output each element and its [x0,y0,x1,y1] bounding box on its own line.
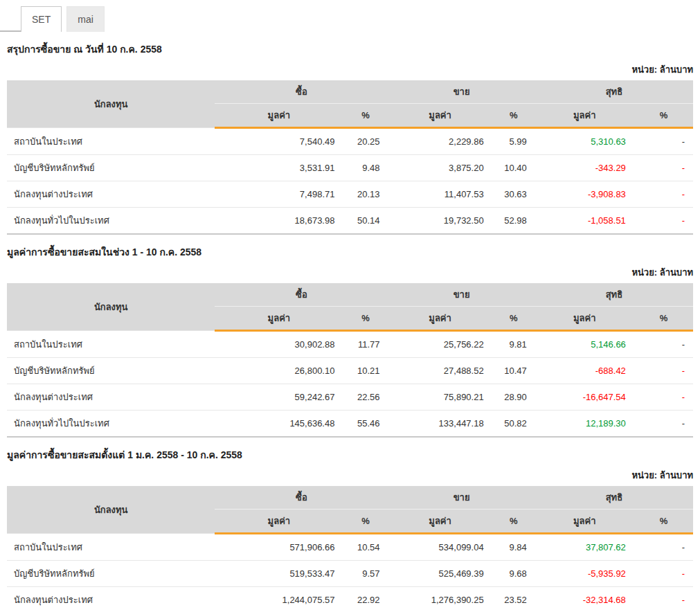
buy-pct-cell: 20.13 [343,181,388,208]
tab-set[interactable]: SET [21,6,62,32]
net-value-cell: -1,058.51 [535,208,634,235]
unit-label: หน่วย: ล้านบาท [7,468,693,483]
buy-value-cell: 519,533.47 [215,561,343,587]
buy-pct-header: % [343,104,388,128]
net-pct-cell: - [634,587,693,612]
buy-pct-header: % [343,307,388,331]
sell-pct-cell: 10.47 [492,358,535,384]
sell-pct-header: % [492,104,535,128]
sell-pct-cell: 9.68 [492,561,535,587]
investor-cell: สถาบันในประเทศ [7,128,215,155]
net-pct-header: % [634,104,693,128]
sell-pct-header: % [492,307,535,331]
header-row-groups: นักลงทุนซื้อขายสุทธิ [7,486,693,510]
sell-value-cell: 3,875.20 [388,155,492,181]
buy-value-cell: 7,540.49 [215,128,343,155]
investor-table: นักลงทุนซื้อขายสุทธิมูลค่า%มูลค่า%มูลค่า… [7,486,693,612]
sell-group-header: ขาย [388,486,535,510]
buy-value-header: มูลค่า [215,104,343,128]
investor-cell: บัญชีบริษัทหลักทรัพย์ [7,155,215,181]
investor-cell: นักลงทุนทั่วไปในประเทศ [7,208,215,235]
header-row-groups: นักลงทุนซื้อขายสุทธิ [7,283,693,307]
investor-cell: บัญชีบริษัทหลักทรัพย์ [7,561,215,587]
sell-pct-cell: 9.81 [492,331,535,358]
summary-section-2: มูลค่าการซื้อขายสะสมในช่วง 1 - 10 ก.ค. 2… [0,244,700,438]
sell-value-cell: 75,890.21 [388,384,492,411]
table-row: นักลงทุนทั่วไปในประเทศ18,673.9850.1419,7… [7,208,693,235]
buy-group-header: ซื้อ [215,486,388,510]
tab-bar-leading-line [0,0,21,32]
investor-cell: บัญชีบริษัทหลักทรัพย์ [7,358,215,384]
net-value-cell: -16,647.54 [535,384,634,411]
sell-pct-cell: 52.98 [492,208,535,235]
sell-pct-cell: 50.82 [492,411,535,438]
net-pct-header: % [634,307,693,331]
sell-value-cell: 19,732.50 [388,208,492,235]
buy-value-header: มูลค่า [215,307,343,331]
table-row: นักลงทุนต่างประเทศ59,242.6722.5675,890.2… [7,384,693,411]
page: SET mai สรุปการซื้อขาย ณ วันที่ 10 ก.ค. … [0,0,700,612]
buy-value-cell: 26,800.10 [215,358,343,384]
net-pct-cell: - [634,561,693,587]
investor-cell: นักลงทุนต่างประเทศ [7,181,215,208]
sell-pct-cell: 9.84 [492,534,535,561]
net-value-cell: -343.29 [535,155,634,181]
sell-value-cell: 11,407.53 [388,181,492,208]
summary-section-3: มูลค่าการซื้อขายสะสมตั้งแต่ 1 ม.ค. 2558 … [0,447,700,612]
table-row: นักลงทุนต่างประเทศ7,498.7120.1311,407.53… [7,181,693,208]
net-value-cell: -32,314.68 [535,587,634,612]
net-pct-cell: - [634,331,693,358]
header-row-groups: นักลงทุนซื้อขายสุทธิ [7,80,693,104]
buy-value-cell: 18,673.98 [215,208,343,235]
buy-pct-cell: 10.21 [343,358,388,384]
section-title: สรุปการซื้อขาย ณ วันที่ 10 ก.ค. 2558 [7,42,693,57]
net-pct-cell: - [634,181,693,208]
buy-value-cell: 3,531.91 [215,155,343,181]
buy-pct-cell: 22.56 [343,384,388,411]
buy-value-cell: 7,498.71 [215,181,343,208]
sell-value-header: มูลค่า [388,307,492,331]
buy-pct-cell: 10.54 [343,534,388,561]
tab-bar: SET mai [0,0,700,32]
sell-group-header: ขาย [388,283,535,307]
table-row: สถาบันในประเทศ30,902.8811.7725,756.229.8… [7,331,693,358]
section-title: มูลค่าการซื้อขายสะสมตั้งแต่ 1 ม.ค. 2558 … [7,447,693,462]
net-value-cell: -3,908.83 [535,181,634,208]
net-value-cell: -5,935.92 [535,561,634,587]
buy-value-cell: 30,902.88 [215,331,343,358]
unit-label: หน่วย: ล้านบาท [7,265,693,280]
buy-value-cell: 1,244,075.57 [215,587,343,612]
net-value-header: มูลค่า [535,510,634,534]
sections-container: สรุปการซื้อขาย ณ วันที่ 10 ก.ค. 2558หน่ว… [0,42,700,612]
investor-cell: นักลงทุนต่างประเทศ [7,587,215,612]
unit-label: หน่วย: ล้านบาท [7,62,693,77]
table-row: บัญชีบริษัทหลักทรัพย์519,533.479.57525,4… [7,561,693,587]
summary-section-1: สรุปการซื้อขาย ณ วันที่ 10 ก.ค. 2558หน่ว… [0,42,700,235]
sell-value-cell: 27,488.52 [388,358,492,384]
sell-value-cell: 2,229.86 [388,128,492,155]
sell-value-cell: 25,756.22 [388,331,492,358]
buy-pct-cell: 9.48 [343,155,388,181]
investor-table: นักลงทุนซื้อขายสุทธิมูลค่า%มูลค่า%มูลค่า… [7,283,693,438]
buy-group-header: ซื้อ [215,80,388,104]
buy-value-cell: 59,242.67 [215,384,343,411]
net-group-header: สุทธิ [535,80,693,104]
investor-column-header: นักลงทุน [7,80,215,128]
net-value-cell: 5,310.63 [535,128,634,155]
table-row: บัญชีบริษัทหลักทรัพย์26,800.1010.2127,48… [7,358,693,384]
net-value-header: มูลค่า [535,307,634,331]
sell-value-header: มูลค่า [388,104,492,128]
net-group-header: สุทธิ [535,486,693,510]
buy-group-header: ซื้อ [215,283,388,307]
investor-table: นักลงทุนซื้อขายสุทธิมูลค่า%มูลค่า%มูลค่า… [7,80,693,235]
buy-value-cell: 571,906.66 [215,534,343,561]
sell-value-cell: 1,276,390.25 [388,587,492,612]
tab-mai[interactable]: mai [66,6,105,32]
net-pct-cell: - [634,384,693,411]
sell-pct-cell: 10.40 [492,155,535,181]
net-pct-cell: - [634,128,693,155]
sell-pct-cell: 5.99 [492,128,535,155]
buy-pct-cell: 50.14 [343,208,388,235]
net-value-cell: 12,189.30 [535,411,634,438]
investor-column-header: นักลงทุน [7,486,215,534]
